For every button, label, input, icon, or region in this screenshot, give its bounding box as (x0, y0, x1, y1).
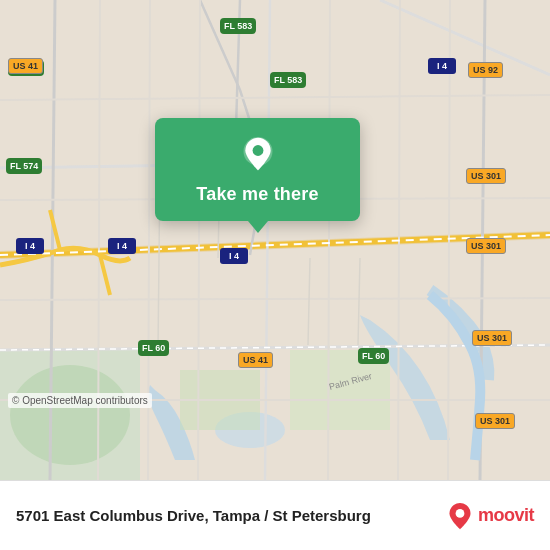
shield-fl60-2: FL 60 (358, 348, 389, 364)
shield-us92: US 92 (468, 62, 503, 78)
svg-point-8 (252, 145, 263, 156)
address-block: 5701 East Columbus Drive, Tampa / St Pet… (16, 507, 434, 524)
map-attribution: © OpenStreetMap contributors (8, 393, 152, 408)
shield-fl574: FL 574 (6, 158, 42, 174)
shield-i4-2: I 4 (108, 238, 136, 254)
svg-point-3 (10, 365, 130, 465)
moovit-pin-icon (446, 502, 474, 530)
popup-card: Take me there (155, 118, 360, 221)
shield-us301-1: US 301 (466, 168, 506, 184)
shield-us41-1: US 41 (8, 58, 43, 74)
moovit-logo: moovit (446, 502, 534, 530)
svg-point-9 (456, 509, 465, 518)
location-pin-icon (239, 136, 277, 174)
shield-fl583-2: FL 583 (270, 72, 306, 88)
map-container: Palm River FL 583 FL 583 FL 585 FL 574 F… (0, 0, 550, 480)
shield-fl60-1: FL 60 (138, 340, 169, 356)
shield-us301-3: US 301 (472, 330, 512, 346)
shield-i4-3: I 4 (220, 248, 248, 264)
moovit-brand-text: moovit (478, 505, 534, 526)
shield-fl583-1: FL 583 (220, 18, 256, 34)
shield-us301-4: US 301 (475, 413, 515, 429)
shield-i4-1: I 4 (16, 238, 44, 254)
shield-us41-2: US 41 (238, 352, 273, 368)
info-bar: 5701 East Columbus Drive, Tampa / St Pet… (0, 480, 550, 550)
shield-i4-4: I 4 (428, 58, 456, 74)
shield-us301-2: US 301 (466, 238, 506, 254)
take-me-there-button[interactable]: Take me there (196, 184, 318, 205)
address-text: 5701 East Columbus Drive, Tampa / St Pet… (16, 507, 434, 524)
